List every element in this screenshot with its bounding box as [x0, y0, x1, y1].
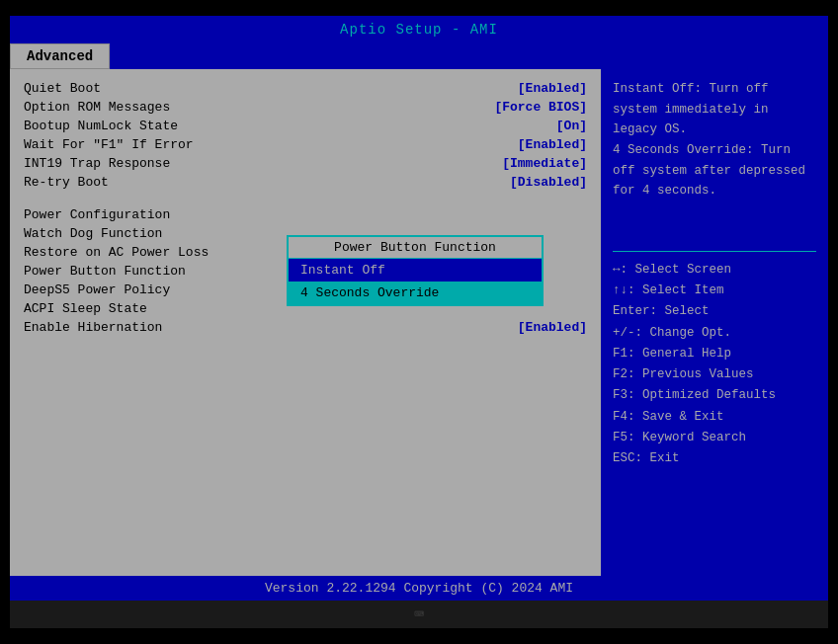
footer: Version 2.22.1294 Copyright (C) 2024 AMI [10, 576, 828, 601]
keyboard-icon: ⌨ [414, 606, 424, 624]
dropdown-option-4seconds[interactable]: 4 Seconds Override [289, 282, 542, 304]
key-select-item: ↑↓: Select Item [613, 281, 816, 301]
help-line-2: legacy OS. [613, 120, 816, 140]
right-panel: Instant Off: Turn off system immediately… [601, 69, 828, 576]
help-line-5: for 4 seconds. [613, 181, 816, 201]
menu-item-hibernation[interactable]: Enable Hibernation [Enabled] [24, 318, 587, 337]
key-esc-exit: ESC: Exit [613, 448, 816, 469]
tab-bar: Advanced [10, 43, 828, 69]
key-change-opt: +/-: Change Opt. [613, 323, 816, 344]
key-select-screen: ↔: Select Screen [613, 260, 816, 281]
left-panel: Quiet Boot [Enabled] Option ROM Messages… [10, 69, 601, 576]
key-f2-prev: F2: Previous Values [613, 364, 816, 385]
help-line-1: system immediately in [613, 100, 816, 121]
menu-item-int19-trap[interactable]: INT19 Trap Response [Immediate] [24, 154, 587, 173]
key-f5-search: F5: Keyword Search [613, 428, 816, 448]
key-help-section: ↔: Select Screen ↑↓: Select Item Enter: … [613, 251, 816, 470]
key-f3-defaults: F3: Optimized Defaults [613, 385, 816, 406]
title-text: Aptio Setup - AMI [340, 22, 498, 38]
menu-item-retry-boot[interactable]: Re-try Boot [Disabled] [24, 173, 587, 192]
dropdown-option-instant-off[interactable]: Instant Off [289, 259, 542, 282]
help-line-0: Instant Off: Turn off [613, 79, 816, 100]
key-f1-help: F1: General Help [613, 344, 816, 364]
menu-item-quiet-boot[interactable]: Quiet Boot [Enabled] [24, 79, 587, 98]
keyboard-icon-area: ⌨ [10, 601, 828, 628]
main-area: Quiet Boot [Enabled] Option ROM Messages… [10, 69, 828, 576]
menu-item-wait-f1[interactable]: Wait For "F1" If Error [Enabled] [24, 135, 587, 154]
footer-text: Version 2.22.1294 Copyright (C) 2024 AMI [265, 581, 573, 596]
key-enter-select: Enter: Select [613, 301, 816, 322]
section-power-config: Power Configuration [24, 201, 587, 224]
key-f4-save: F4: Save & Exit [613, 407, 816, 428]
help-line-3: 4 Seconds Override: Turn [613, 140, 816, 161]
dropdown-title: Power Button Function [289, 237, 542, 259]
help-description: Instant Off: Turn off system immediately… [613, 79, 816, 201]
menu-item-numlock[interactable]: Bootup NumLock State [On] [24, 117, 587, 135]
menu-item-option-rom[interactable]: Option ROM Messages [Force BIOS] [24, 98, 587, 117]
dropdown-popup: Power Button Function Instant Off 4 Seco… [287, 235, 544, 306]
title-bar: Aptio Setup - AMI [10, 16, 828, 43]
help-line-4: off system after depressed [613, 161, 816, 182]
tab-advanced[interactable]: Advanced [10, 43, 110, 69]
